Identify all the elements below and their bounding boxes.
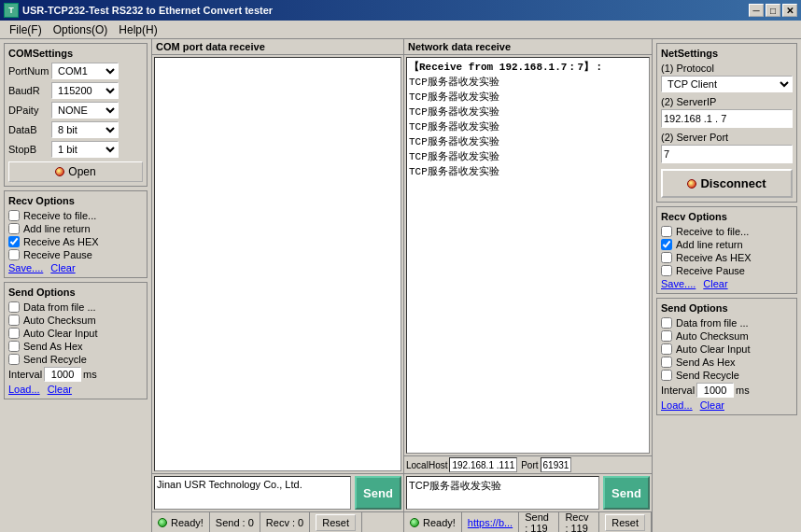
net-recv-count-section: Recv : 119 bbox=[559, 512, 599, 532]
right-send-hex-label: Send As Hex bbox=[676, 357, 736, 368]
left-send-clear-button[interactable]: Clear bbox=[48, 384, 72, 395]
right-send-hex-row: Send As Hex bbox=[661, 357, 793, 368]
right-add-line-check[interactable] bbox=[661, 239, 672, 250]
open-button[interactable]: Open bbox=[8, 161, 143, 182]
com-settings-section: COMSettings PortNum COM1COM2COM3 BaudR 1… bbox=[4, 43, 148, 187]
close-button[interactable]: ✕ bbox=[782, 4, 797, 17]
net-reset-section: Reset bbox=[599, 512, 652, 532]
auto-clear-check[interactable] bbox=[8, 328, 20, 339]
right-interval-input[interactable]: 1000 bbox=[696, 383, 734, 398]
net-status-ready: Ready! bbox=[423, 517, 456, 528]
recv-to-file-row: Receive to file... bbox=[8, 210, 143, 221]
left-recv-save-button[interactable]: Save.... bbox=[8, 262, 43, 273]
network-line-4: TCP服务器收发实验 bbox=[409, 119, 647, 134]
right-data-file-row: Data from file ... bbox=[661, 317, 793, 329]
right-recv-clear-button[interactable]: Clear bbox=[703, 278, 727, 289]
send-recycle-check[interactable] bbox=[8, 354, 20, 365]
add-line-return-row: Add line return bbox=[8, 223, 143, 234]
right-interval-label: Interval bbox=[661, 385, 695, 396]
baud-rate-label: BaudR bbox=[8, 85, 51, 96]
right-recv-options: Recv Options Receive to file... Add line… bbox=[656, 206, 797, 294]
right-send-recycle-row: Send Recycle bbox=[661, 370, 793, 381]
com-port-header: COM port data receive bbox=[152, 39, 403, 55]
menu-options[interactable]: Options(O) bbox=[48, 21, 114, 38]
data-bits-row: DataB 8 bit7 bit bbox=[8, 121, 143, 138]
add-line-return-label: Add line return bbox=[23, 223, 91, 234]
right-auto-check-check[interactable] bbox=[661, 330, 672, 342]
send-as-hex-check[interactable] bbox=[8, 341, 20, 352]
menu-file[interactable]: File(F) bbox=[4, 21, 48, 38]
com-status-led bbox=[158, 518, 167, 527]
data-from-file-check[interactable] bbox=[8, 301, 20, 313]
network-textarea[interactable]: 【Receive from 192.168.1.7：7】： TCP服务器收发实验… bbox=[406, 57, 650, 454]
data-from-file-label: Data from file ... bbox=[23, 301, 96, 313]
recv-to-file-check[interactable] bbox=[8, 210, 20, 221]
add-line-return-check[interactable] bbox=[8, 223, 20, 234]
network-send-text: TCP服务器收发实验 bbox=[409, 480, 501, 491]
network-line-7: TCP服务器收发实验 bbox=[409, 164, 647, 179]
recv-as-hex-check[interactable] bbox=[8, 236, 20, 247]
network-content: 【Receive from 192.168.1.7：7】： TCP服务器收发实验… bbox=[409, 60, 647, 179]
com-led bbox=[55, 167, 64, 176]
com-recv-count-section: Recv : 0 bbox=[260, 512, 310, 532]
right-send-recycle-check[interactable] bbox=[661, 370, 672, 381]
server-ip-input[interactable]: 192.168 .1 . 7 bbox=[661, 109, 793, 128]
right-recv-save-button[interactable]: Save.... bbox=[661, 278, 696, 289]
menu-help[interactable]: Help(H) bbox=[113, 21, 162, 38]
com-send-button[interactable]: Send bbox=[355, 476, 401, 510]
com-send-input[interactable]: Jinan USR Technology Co., Ltd. bbox=[154, 476, 351, 510]
parity-select[interactable]: NONEODDEVEN bbox=[51, 102, 119, 119]
right-recv-file-row: Receive to file... bbox=[661, 226, 793, 237]
left-panel: COMSettings PortNum COM1COM2COM3 BaudR 1… bbox=[0, 39, 152, 532]
right-recv-pause-check[interactable] bbox=[661, 265, 672, 276]
right-send-load-button[interactable]: Load... bbox=[661, 399, 693, 411]
right-recv-file-label: Receive to file... bbox=[676, 226, 749, 237]
port-num-select[interactable]: COM1COM2COM3 bbox=[51, 63, 119, 79]
maximize-button[interactable]: □ bbox=[766, 4, 780, 17]
right-recv-file-check[interactable] bbox=[661, 226, 672, 237]
right-auto-clear-check[interactable] bbox=[661, 343, 672, 355]
right-send-title: Send Options bbox=[661, 302, 793, 314]
right-recv-hex-row: Receive As HEX bbox=[661, 252, 793, 263]
auto-checksum-check[interactable] bbox=[8, 315, 20, 326]
protocol-select[interactable]: TCP Client TCP Server UDP bbox=[661, 76, 793, 92]
left-recv-clear-button[interactable]: Clear bbox=[50, 262, 75, 273]
interval-input[interactable]: 1000 bbox=[44, 367, 81, 382]
baud-rate-select[interactable]: 115200960038400 bbox=[51, 82, 119, 99]
data-bits-select[interactable]: 8 bit7 bit bbox=[51, 121, 119, 138]
left-send-load-button[interactable]: Load... bbox=[8, 384, 40, 395]
recv-pause-row: Receive Pause bbox=[8, 249, 143, 260]
network-line-0: 【Receive from 192.168.1.7：7】： bbox=[409, 60, 647, 75]
com-recv-count: Recv : 0 bbox=[266, 517, 303, 528]
right-auto-clear-row: Auto Clear Input bbox=[661, 343, 793, 355]
server-port-label: (2) Server Port bbox=[661, 132, 793, 143]
recv-pause-check[interactable] bbox=[8, 249, 20, 260]
com-port-panel: COM port data receive Jinan USR Technolo… bbox=[152, 39, 404, 532]
stop-bits-row: StopB 1 bit2 bit bbox=[8, 141, 143, 158]
network-line-1: TCP服务器收发实验 bbox=[409, 75, 647, 90]
com-port-textarea[interactable] bbox=[154, 57, 401, 471]
right-recv-hex-check[interactable] bbox=[661, 252, 672, 263]
recv-to-file-label: Receive to file... bbox=[23, 210, 96, 221]
stop-bits-select[interactable]: 1 bit2 bit bbox=[51, 141, 119, 158]
com-reset-section: Reset bbox=[310, 512, 362, 532]
server-port-input[interactable]: 7 bbox=[661, 145, 793, 163]
right-auto-check-label: Auto Checksum bbox=[676, 330, 749, 342]
network-line-6: TCP服务器收发实验 bbox=[409, 149, 647, 164]
network-send-button[interactable]: Send bbox=[603, 476, 650, 510]
net-reset-button[interactable]: Reset bbox=[605, 514, 645, 531]
network-send-input[interactable]: TCP服务器收发实验 bbox=[406, 476, 599, 510]
port-num-row: PortNum COM1COM2COM3 bbox=[8, 63, 143, 79]
disconnect-button[interactable]: Disconnect bbox=[661, 169, 793, 198]
com-reset-button[interactable]: Reset bbox=[316, 514, 356, 531]
protocol-label: (1) Protocol bbox=[661, 63, 793, 74]
right-send-hex-check[interactable] bbox=[661, 357, 672, 368]
right-data-file-check[interactable] bbox=[661, 317, 672, 329]
minimize-button[interactable]: ─ bbox=[749, 4, 764, 17]
menu-bar: File(F) Options(O) Help(H) bbox=[0, 21, 801, 39]
right-send-clear-button[interactable]: Clear bbox=[700, 399, 724, 411]
data-bits-label: DataB bbox=[8, 124, 51, 135]
data-areas: COM port data receive Jinan USR Technolo… bbox=[152, 39, 652, 532]
recv-link-row: Save.... Clear bbox=[8, 262, 143, 273]
send-recycle-label: Send Recycle bbox=[23, 354, 87, 365]
